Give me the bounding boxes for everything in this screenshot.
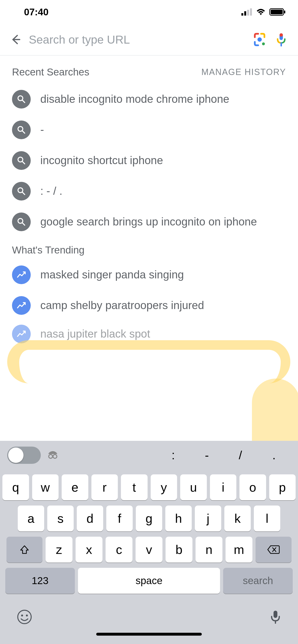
key-c[interactable]: c — [106, 537, 132, 562]
search-header — [0, 24, 298, 55]
key-o[interactable]: o — [239, 474, 266, 500]
svg-point-28 — [26, 614, 28, 616]
recent-item[interactable]: google search brings up incognito on iph… — [12, 206, 286, 237]
key-s[interactable]: s — [47, 506, 74, 532]
keyboard-mic-icon[interactable] — [270, 609, 281, 628]
key-t[interactable]: t — [121, 474, 147, 500]
key-n[interactable]: n — [196, 537, 222, 562]
key-j[interactable]: j — [195, 506, 221, 532]
recent-item[interactable]: incognito shortcut iphone — [12, 145, 286, 176]
svg-rect-29 — [273, 611, 277, 618]
backspace-key[interactable] — [255, 537, 291, 562]
key-v[interactable]: v — [135, 537, 163, 562]
search-key[interactable]: search — [223, 568, 293, 594]
svg-line-18 — [22, 162, 25, 164]
search-icon — [12, 212, 31, 231]
home-indicator[interactable] — [96, 633, 202, 636]
shift-key[interactable] — [7, 537, 43, 562]
svg-point-24 — [53, 454, 57, 458]
key-a[interactable]: a — [18, 506, 44, 532]
key-b[interactable]: b — [166, 537, 192, 562]
svg-point-26 — [18, 610, 31, 624]
svg-rect-1 — [244, 11, 246, 16]
key-u[interactable]: u — [180, 474, 207, 500]
keyboard-row-2: a s d f g h j k l — [3, 506, 295, 532]
symbol-key[interactable]: . — [269, 448, 279, 462]
keyboard-rows: q w e r t y u i o p a s d f g h j k l z — [0, 470, 298, 602]
svg-line-22 — [22, 223, 25, 225]
recent-item[interactable]: : - / . — [12, 176, 286, 206]
key-h[interactable]: h — [165, 506, 192, 532]
key-m[interactable]: m — [226, 537, 252, 562]
key-k[interactable]: k — [224, 506, 251, 532]
key-x[interactable]: x — [76, 537, 102, 562]
keyboard-toolbar: : - / . — [0, 441, 298, 470]
svg-rect-2 — [247, 10, 249, 16]
search-input[interactable] — [29, 33, 245, 46]
emoji-icon[interactable] — [17, 609, 32, 628]
recent-item[interactable]: - — [12, 114, 286, 145]
recent-item-label: incognito shortcut iphone — [40, 153, 163, 168]
svg-rect-0 — [241, 13, 243, 16]
key-g[interactable]: g — [136, 506, 162, 532]
incognito-toggle[interactable] — [7, 446, 41, 464]
recent-item-label: : - / . — [40, 184, 62, 198]
trending-item[interactable]: nasa jupiter black spot — [12, 321, 286, 347]
symbol-key[interactable]: : — [169, 448, 178, 462]
recent-item-label: disable incognito mode chrome iphone — [40, 92, 229, 106]
battery-icon — [269, 8, 286, 16]
incognito-icon — [47, 449, 59, 462]
recent-item-label: - — [40, 123, 44, 137]
recent-title: Recent Searches — [12, 66, 89, 78]
svg-rect-6 — [284, 10, 285, 14]
trending-item[interactable]: masked singer panda singing — [12, 260, 286, 290]
keyboard-footer — [0, 602, 298, 633]
search-icon — [12, 151, 31, 170]
trending-item-label: camp shelby paratroopers injured — [40, 298, 204, 313]
content-area: Recent Searches MANAGE HISTORY disable i… — [0, 56, 298, 347]
key-w[interactable]: w — [32, 474, 59, 500]
key-l[interactable]: l — [254, 506, 280, 532]
key-e[interactable]: e — [62, 474, 88, 500]
svg-rect-5 — [271, 10, 283, 14]
numeric-key[interactable]: 123 — [5, 568, 75, 594]
key-d[interactable]: d — [77, 506, 103, 532]
key-p[interactable]: p — [269, 474, 296, 500]
microphone-icon[interactable] — [274, 32, 288, 47]
svg-point-9 — [262, 42, 265, 45]
key-q[interactable]: q — [3, 474, 29, 500]
key-z[interactable]: z — [46, 537, 72, 562]
recent-header: Recent Searches MANAGE HISTORY — [12, 60, 286, 84]
keyboard-row-3: z x c v b n m — [3, 537, 295, 562]
key-y[interactable]: y — [151, 474, 177, 500]
wifi-icon — [255, 8, 266, 16]
svg-rect-3 — [250, 8, 252, 16]
svg-line-14 — [22, 100, 25, 102]
key-i[interactable]: i — [210, 474, 237, 500]
trending-title: What's Trending — [12, 237, 286, 260]
recent-item-label: google search brings up incognito on iph… — [40, 215, 257, 229]
symbol-key[interactable]: / — [236, 448, 245, 462]
key-r[interactable]: r — [91, 474, 118, 500]
trending-item[interactable]: camp shelby paratroopers injured — [12, 290, 286, 321]
key-f[interactable]: f — [106, 506, 133, 532]
keyboard-row-1: q w e r t y u i o p — [3, 474, 295, 500]
trending-item-label: nasa jupiter black spot — [40, 327, 150, 341]
trending-icon — [12, 325, 31, 343]
svg-point-23 — [49, 454, 53, 458]
svg-line-16 — [22, 131, 25, 133]
svg-point-8 — [257, 38, 262, 42]
space-key[interactable]: space — [78, 568, 220, 594]
svg-line-20 — [22, 192, 25, 194]
keyboard-toolbar-symbols: : - / . — [169, 448, 291, 462]
trending-icon — [12, 266, 31, 284]
manage-history-link[interactable]: MANAGE HISTORY — [201, 67, 286, 77]
recent-item[interactable]: disable incognito mode chrome iphone — [12, 84, 286, 114]
symbol-key[interactable]: - — [202, 448, 212, 462]
back-icon[interactable] — [10, 34, 22, 46]
keyboard-row-4: 123 space search — [3, 568, 295, 594]
trending-icon — [12, 296, 31, 315]
google-lens-icon[interactable] — [252, 32, 267, 47]
svg-point-27 — [21, 614, 23, 616]
toggle-knob — [8, 448, 24, 463]
